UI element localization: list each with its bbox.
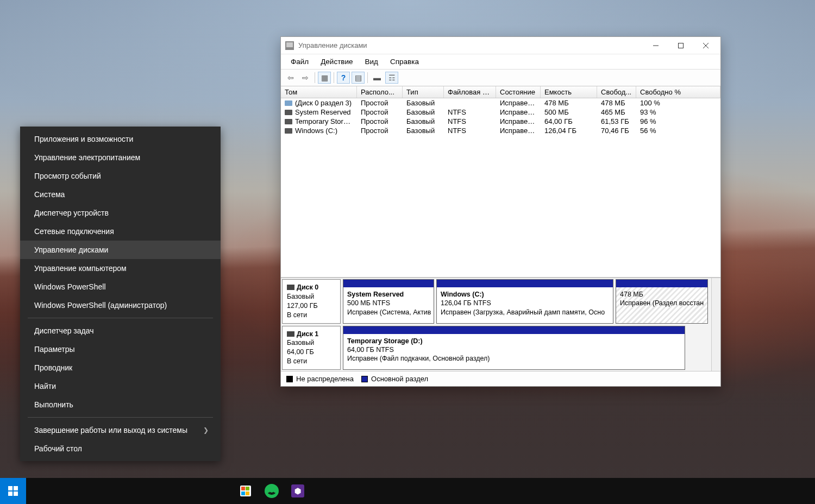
disk-info[interactable]: Диск 1Базовый64,00 ГБВ сети bbox=[282, 326, 341, 370]
menu-bar: ФайлДействиеВидСправка bbox=[281, 54, 720, 70]
window-title: Управление дисками bbox=[298, 41, 643, 49]
column-header[interactable]: Том bbox=[281, 86, 357, 98]
volume-row[interactable]: System ReservedПростойБазовыйNTFSИсправе… bbox=[281, 108, 720, 117]
svg-rect-5 bbox=[14, 486, 18, 490]
legend-primary: Основной раздел bbox=[361, 375, 428, 383]
back-button[interactable]: ⇦ bbox=[284, 72, 297, 84]
winx-item[interactable]: Сетевые подключения bbox=[20, 222, 221, 241]
volume-list: ТомРасполо...ТипФайловая с...СостояниеЕм… bbox=[281, 86, 720, 135]
properties-button[interactable]: ▤ bbox=[352, 72, 365, 84]
list-spacer bbox=[281, 135, 720, 278]
minimize-button[interactable] bbox=[643, 37, 668, 54]
column-headers[interactable]: ТомРасполо...ТипФайловая с...СостояниеЕм… bbox=[281, 86, 720, 98]
column-header[interactable]: Свободно % bbox=[636, 86, 720, 98]
disk-icon bbox=[287, 285, 294, 290]
taskbar-spotify-icon[interactable] bbox=[259, 478, 285, 504]
disk-row: Диск 0Базовый127,00 ГБВ сетиSystem Reser… bbox=[281, 278, 711, 325]
winx-item[interactable]: Управление электропитанием bbox=[20, 148, 221, 167]
svg-rect-6 bbox=[8, 492, 12, 496]
winx-context-menu: Приложения и возможностиУправление элект… bbox=[20, 127, 221, 461]
winx-item[interactable]: Завершение работы или выход из системы❯ bbox=[20, 421, 221, 439]
winx-item[interactable]: Windows PowerShell bbox=[20, 278, 221, 296]
chevron-right-icon: ❯ bbox=[203, 426, 209, 434]
menu-separator bbox=[28, 417, 213, 418]
forward-button[interactable]: ⇨ bbox=[299, 72, 312, 84]
scrollbar[interactable] bbox=[711, 278, 720, 371]
taskbar-store-icon[interactable] bbox=[233, 478, 259, 504]
partition[interactable]: Temporary Storage (D:)64,00 ГБ NTFSИспра… bbox=[343, 326, 685, 370]
drive-icon bbox=[285, 110, 292, 115]
view-button[interactable]: ▬ bbox=[371, 72, 384, 84]
taskbar: ⬢ bbox=[0, 478, 815, 504]
drive-icon bbox=[285, 128, 292, 134]
winx-item[interactable]: Управление дисками bbox=[20, 241, 221, 259]
winx-item[interactable]: Диспетчер задач bbox=[20, 322, 221, 340]
disk-mgmt-icon bbox=[285, 41, 294, 50]
toolbar-separator bbox=[367, 72, 368, 83]
column-header[interactable]: Файловая с... bbox=[444, 86, 496, 98]
volume-row[interactable]: (Диск 0 раздел 3)ПростойБазовыйИсправен.… bbox=[281, 98, 720, 108]
winx-item[interactable]: Приложения и возможности bbox=[20, 130, 221, 148]
svg-rect-1 bbox=[679, 43, 684, 48]
maximize-button[interactable] bbox=[668, 37, 693, 54]
disk-management-window: Управление дисками ФайлДействиеВидСправк… bbox=[280, 36, 721, 387]
toolbar-separator bbox=[334, 72, 334, 83]
winx-item[interactable]: Система bbox=[20, 185, 221, 204]
winx-item[interactable]: Параметры bbox=[20, 340, 221, 358]
legend-unallocated: Не распределена bbox=[286, 375, 354, 383]
windows-icon bbox=[8, 486, 18, 496]
menu-item[interactable]: Файл bbox=[285, 55, 314, 68]
column-header[interactable]: Располо... bbox=[357, 86, 403, 98]
volume-row[interactable]: Temporary Storag...ПростойБазовыйNTFSИсп… bbox=[281, 117, 720, 126]
disk-row: Диск 1Базовый64,00 ГБВ сетиTemporary Sto… bbox=[281, 325, 711, 371]
graphical-view: Диск 0Базовый127,00 ГБВ сетиSystem Reser… bbox=[281, 278, 720, 371]
svg-rect-7 bbox=[14, 492, 18, 496]
toolbar: ⇦ ⇨ ▦ ? ▤ ▬ ☶ bbox=[281, 70, 720, 86]
winx-item[interactable]: Найти bbox=[20, 377, 221, 395]
help-button[interactable]: ? bbox=[337, 72, 350, 84]
winx-item[interactable]: Проводник bbox=[20, 358, 221, 377]
column-header[interactable]: Состояние bbox=[496, 86, 541, 98]
window-titlebar[interactable]: Управление дисками bbox=[281, 37, 720, 54]
menu-item[interactable]: Вид bbox=[360, 55, 384, 68]
column-header[interactable]: Свобод... bbox=[597, 86, 636, 98]
column-header[interactable]: Емкость bbox=[541, 86, 597, 98]
svg-rect-4 bbox=[8, 486, 12, 490]
partition[interactable]: System Reserved500 МБ NTFSИсправен (Сист… bbox=[343, 279, 434, 324]
partition[interactable]: 478 МБИсправен (Раздел восстан bbox=[616, 279, 708, 324]
taskbar-app-icon[interactable]: ⬢ bbox=[285, 478, 311, 504]
winx-item[interactable]: Выполнить bbox=[20, 395, 221, 414]
winx-item[interactable]: Рабочий стол bbox=[20, 439, 221, 458]
close-button[interactable] bbox=[693, 37, 718, 54]
drive-icon bbox=[285, 119, 292, 124]
disk-icon bbox=[287, 331, 294, 337]
menu-item[interactable]: Действие bbox=[315, 55, 358, 68]
partition[interactable]: Windows (C:)126,04 ГБ NTFSИсправен (Загр… bbox=[436, 279, 613, 324]
winx-item[interactable]: Windows PowerShell (администратор) bbox=[20, 296, 221, 314]
winx-item[interactable]: Управление компьютером bbox=[20, 259, 221, 278]
volume-row[interactable]: Windows (C:)ПростойБазовыйNTFSИсправен..… bbox=[281, 126, 720, 135]
menu-separator bbox=[28, 318, 213, 318]
winx-item[interactable]: Просмотр событий bbox=[20, 167, 221, 185]
column-header[interactable]: Тип bbox=[403, 86, 444, 98]
menu-item[interactable]: Справка bbox=[385, 55, 424, 68]
winx-item[interactable]: Диспетчер устройств bbox=[20, 204, 221, 222]
list-view-button[interactable]: ☶ bbox=[385, 72, 398, 84]
toolbar-separator bbox=[315, 72, 315, 83]
legend: Не распределена Основной раздел bbox=[281, 371, 720, 386]
drive-icon bbox=[285, 100, 292, 106]
disk-info[interactable]: Диск 0Базовый127,00 ГБВ сети bbox=[282, 279, 341, 324]
refresh-button[interactable]: ▦ bbox=[318, 72, 331, 84]
start-button[interactable] bbox=[0, 478, 26, 504]
